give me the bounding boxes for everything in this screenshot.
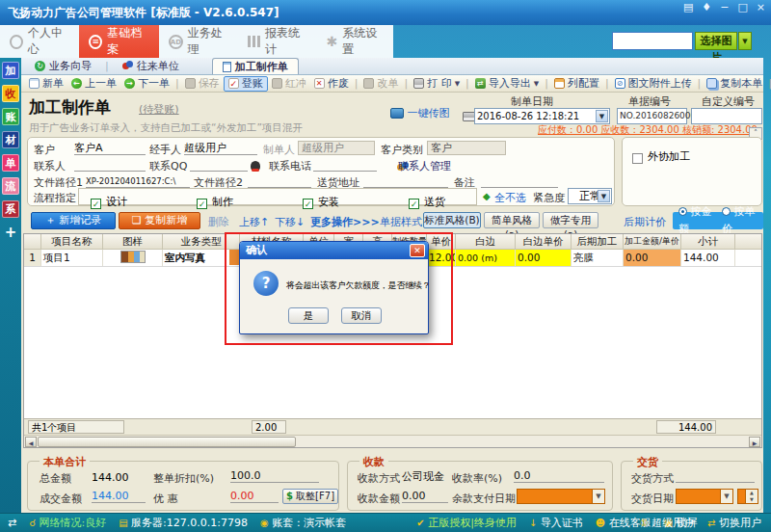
scrollbar-thumb[interactable] [38,437,296,447]
image-search-input[interactable] [612,32,693,50]
sidebar-item-cai[interactable]: 材 [2,131,19,148]
add-record-button[interactable]: ＋ 新增记录 [31,212,116,229]
qq-field[interactable] [190,157,248,172]
move-up-link[interactable]: 上移↑ [239,215,269,229]
horizontal-scrollbar[interactable]: ◀ ▶ [24,435,761,447]
outsource-checkbox[interactable]: ✓ 外协加工 [632,146,690,164]
sidebar-item-dan[interactable]: 单 [2,154,19,172]
maximize-button[interactable]: □ [737,1,747,14]
deal-field[interactable]: 144.00 [92,490,146,503]
nav-report-stats[interactable]: 报表统计 [238,25,316,58]
pick-image-dropdown[interactable]: ▼ [738,32,752,50]
pay-amount-field[interactable]: 0.00 [402,490,448,503]
prev-bill-button[interactable]: ←上一单 [67,76,120,92]
path2-field[interactable] [248,173,311,188]
cell-post-process[interactable]: 亮膜 [572,250,624,266]
move-down-link[interactable]: 下移↓ [275,215,305,229]
pick-image-button[interactable]: 选择图片 [695,32,737,50]
spinner-icon[interactable]: ▲▼ [745,490,758,503]
cell-subtotal[interactable]: 144.00 [681,250,735,266]
more-actions-link[interactable]: 更多操作>>> [310,215,380,229]
col-sample[interactable]: 图样 [103,234,163,249]
urgency-combo[interactable]: 正常 ▼ [568,188,612,204]
scroll-right-icon[interactable]: ▶ [749,437,760,447]
bill-date-combo[interactable]: 2016-08-26 12:18:21 ▼ [474,108,610,124]
sidebar-item-liu[interactable]: 流 [2,177,19,195]
style-standard-button[interactable]: 标准风格(B) [423,212,481,228]
tray-icon[interactable]: ▤ [683,1,693,14]
dropdown-icon[interactable]: ▼ [720,490,732,503]
step-design-checkbox[interactable]: ✓ 设计 [91,191,127,209]
switch-user-button[interactable]: ⇄ 切换用户 [707,516,761,530]
sidebar-item-xi[interactable]: 系 [2,200,19,218]
sidebar-item-zhang[interactable]: 账 [2,108,19,125]
nav-business-process[interactable]: AD 业务处理 [159,25,238,58]
tab-business-wizard[interactable]: ↻ 业务向导 [25,58,101,74]
qq-icon[interactable] [251,161,260,172]
step-make-checkbox[interactable]: ✓ 制作 [197,191,233,209]
cancel-button[interactable]: 取消 [341,307,382,324]
customer-field[interactable]: 客户A [74,141,146,155]
cell-item-name[interactable]: 项目1 [41,250,103,266]
delivery-time-spinner[interactable]: ▲▼ [737,489,758,504]
urgency-dropdown-icon[interactable]: ▼ [598,190,610,202]
dialog-close-icon[interactable]: ✕ [410,244,425,257]
select-none-link[interactable]: 全不选 [494,191,526,205]
style-lettering-button[interactable]: 做字专用(a) [543,212,598,228]
nav-basic-archives[interactable]: ≡ 基础档案 [79,25,158,58]
note-field[interactable] [481,173,558,188]
nav-personal-center[interactable]: 个人中心 [0,25,79,58]
contact-field[interactable] [74,157,146,172]
skin-icon[interactable]: ♦ [702,1,711,14]
import-cert-button[interactable]: ↓ 导入证书 [529,516,583,530]
col-business-type[interactable]: 业务类型 [163,234,240,249]
post-account-button[interactable]: ✓登账 [224,76,268,92]
cell-price[interactable]: 12.00 [427,250,456,266]
current-user[interactable]: ① 超级用户 [640,516,694,530]
col-white-edge-price[interactable]: 白边单价 [516,234,572,249]
col-price[interactable]: 单价 [427,234,456,249]
col-item-name[interactable]: 项目名称 [41,234,103,249]
close-button[interactable]: × [757,1,765,14]
copy-bill-button[interactable]: 复制本单 [703,76,766,92]
nav-system-settings[interactable]: ✱ 系统设置 [317,25,393,58]
cell-sample[interactable] [103,250,163,266]
sidebar-item-shou[interactable]: 收 [2,85,19,102]
handler-field[interactable]: 超级用户 [184,141,257,155]
scroll-left-icon[interactable]: ◀ [25,437,37,447]
round-button[interactable]: $ 取整[F7] [282,489,338,504]
phone-field[interactable] [313,157,377,172]
sidebar-add-button[interactable]: + [2,224,19,241]
cell-white-edge-price[interactable]: 0.00 [516,250,572,266]
balance-summary[interactable]: 应付数：0.00 应收数：2304.00 核销额: 2304.00 [538,123,758,137]
tab-contacts-units[interactable]: 往来单位 [113,58,189,74]
column-config-button[interactable]: 列配置 [550,76,603,92]
import-export-button[interactable]: ⇄导入导出▼ [471,76,543,92]
discount-field[interactable]: 100.0 [230,469,319,483]
print-button[interactable]: 打 印▼ [410,76,464,92]
rest-date-combo[interactable]: ▼ [517,489,605,504]
delivery-method-field[interactable] [676,469,755,483]
col-white-edge[interactable]: 白边 [456,234,516,249]
step-deliver-checkbox[interactable]: ✓ 送货 [409,191,445,209]
path1-field[interactable]: XP-201204011627:C:\ [86,173,190,188]
sidebar-item-jia[interactable]: 加 [2,62,19,79]
dropdown-icon[interactable]: ▼ [592,490,604,503]
style-simple-button[interactable]: 简单风格(a) [484,212,540,228]
cell-business-type[interactable]: 室内写真 [163,250,240,266]
sync-icon[interactable]: ⇄ [8,517,16,529]
date-dropdown-icon[interactable]: ▼ [596,110,608,122]
delivery-date-combo[interactable]: ▼ [676,489,733,504]
col-process-amount[interactable]: 加工金额/单价 [624,234,681,249]
attachment-upload-button[interactable]: ⊘图文附件上传 [611,76,696,92]
step-install-checkbox[interactable]: ✓ 安装 [303,191,339,209]
col-subtotal[interactable]: 小计 [681,234,735,249]
void-button[interactable]: ✕作废 [310,76,353,92]
minimize-button[interactable]: − [720,1,729,14]
next-bill-button[interactable]: →下一单 [120,76,173,92]
copy-add-button[interactable]: ❏ 复制新增 [119,212,200,229]
yes-button[interactable]: 是 [288,307,329,324]
pay-method-field[interactable]: 公司现金 [402,469,448,483]
pay-rate-field[interactable]: 0.0 [514,469,604,483]
one-click-upload-link[interactable]: 一键传图 [390,106,450,120]
